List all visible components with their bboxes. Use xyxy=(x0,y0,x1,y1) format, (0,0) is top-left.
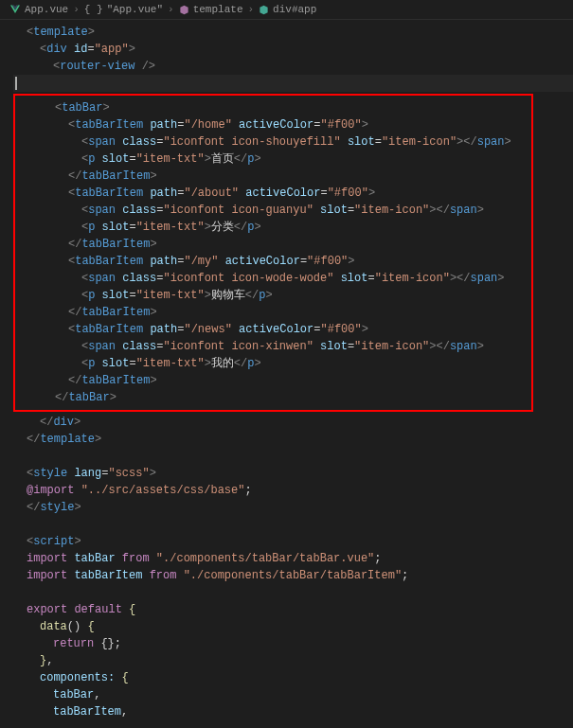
code-line[interactable]: <span class="iconfont icon-xinwen" slot=… xyxy=(15,338,531,355)
code-line[interactable]: @import "../src/assets/css/base"; xyxy=(13,482,573,499)
code-line[interactable]: <span class="iconfont icon-wode-wode" sl… xyxy=(15,270,531,287)
code-line[interactable]: <p slot="item-txt">购物车</p> xyxy=(15,287,531,304)
code-line[interactable]: <tabBarItem path="/my" activeColor="#f00… xyxy=(15,253,531,270)
code-line[interactable]: <tabBarItem path="/home" activeColor="#f… xyxy=(15,116,531,133)
code-line[interactable]: </div> xyxy=(13,414,573,431)
code-line[interactable]: </tabBarItem> xyxy=(15,304,531,321)
code-line[interactable]: tabBar, xyxy=(13,686,573,703)
chevron-right-icon: › xyxy=(247,4,254,15)
code-line[interactable]: <script> xyxy=(13,533,573,550)
code-line[interactable]: <template> xyxy=(13,24,573,41)
code-line[interactable]: </style> xyxy=(13,499,573,516)
highlighted-code-block: <tabBar> <tabBarItem path="/home" active… xyxy=(13,94,533,412)
vue-file-icon xyxy=(9,4,21,15)
code-line[interactable] xyxy=(13,584,573,601)
code-line[interactable]: <p slot="item-txt">分类</p> xyxy=(15,219,531,236)
code-line[interactable]: <style lang="scss"> xyxy=(13,465,573,482)
breadcrumb-div[interactable]: div#app xyxy=(273,4,316,15)
code-line[interactable]: </tabBarItem> xyxy=(15,372,531,389)
chevron-right-icon: › xyxy=(168,4,174,15)
code-line[interactable]: <span class="iconfont icon-shouyefill" s… xyxy=(15,133,531,151)
breadcrumb-file[interactable]: App.vue xyxy=(25,4,68,15)
code-line[interactable]: </tabBarItem> xyxy=(15,236,531,253)
code-line[interactable]: components: { xyxy=(13,669,573,686)
code-line[interactable]: }, xyxy=(13,652,573,669)
code-line[interactable]: <span class="iconfont icon-guanyu" slot=… xyxy=(15,202,531,219)
code-line[interactable]: <tabBar> xyxy=(15,99,531,116)
code-line[interactable]: import tabBar from "./components/tabBar/… xyxy=(13,550,573,567)
breadcrumb-template[interactable]: template xyxy=(193,4,243,15)
code-line[interactable]: data() { xyxy=(13,618,573,635)
code-line[interactable]: export default { xyxy=(13,601,573,618)
code-line[interactable]: </template> xyxy=(13,431,573,448)
code-line[interactable]: <div id="app"> xyxy=(13,41,573,58)
code-line[interactable]: tabBarItem, xyxy=(13,703,573,720)
code-line[interactable] xyxy=(13,516,573,533)
code-line[interactable]: return {}; xyxy=(13,635,573,652)
code-line[interactable]: import tabBarItem from "./components/tab… xyxy=(13,567,573,584)
code-line[interactable]: <tabBarItem path="/about" activeColor="#… xyxy=(15,185,531,202)
code-line[interactable] xyxy=(13,75,573,92)
code-editor[interactable]: <template> <div id="app"> <router-view /… xyxy=(0,20,573,720)
code-line[interactable]: </tabBarItem> xyxy=(15,168,531,185)
breadcrumb: App.vue › { } "App.vue" › template › div… xyxy=(0,0,573,20)
code-line[interactable]: <p slot="item-txt">我的</p> xyxy=(15,355,531,372)
code-line[interactable]: <tabBarItem path="/news" activeColor="#f… xyxy=(15,321,531,338)
code-line[interactable]: <p slot="item-txt">首页</p> xyxy=(15,151,531,168)
breadcrumb-json[interactable]: "App.vue" xyxy=(107,4,163,15)
div-icon xyxy=(259,5,269,15)
code-line[interactable] xyxy=(13,448,573,465)
text-cursor xyxy=(15,77,17,90)
template-icon xyxy=(179,5,189,15)
json-braces-icon: { } xyxy=(84,4,103,15)
code-line[interactable]: <router-view /> xyxy=(13,58,573,75)
chevron-right-icon: › xyxy=(73,4,80,15)
code-line[interactable]: </tabBar> xyxy=(15,389,531,406)
